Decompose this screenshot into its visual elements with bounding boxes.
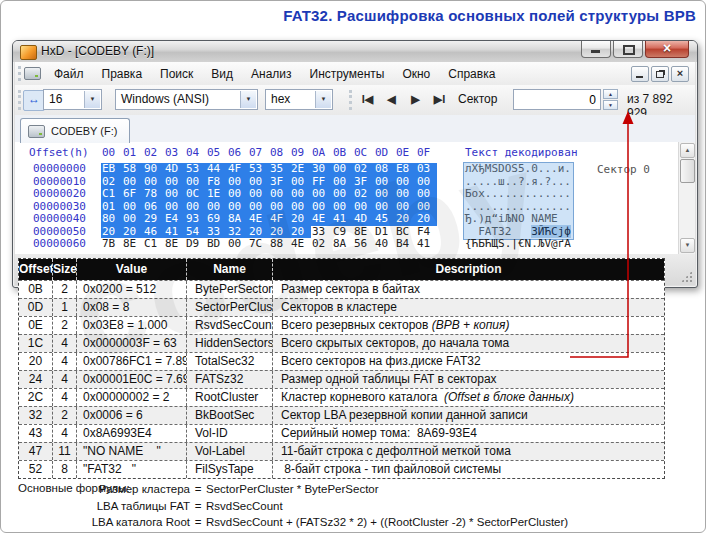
scroll-down-icon[interactable]	[680, 238, 695, 253]
menu-item[interactable]: Файл	[45, 67, 93, 81]
sector-input[interactable]	[513, 89, 601, 110]
hex-byte-cell[interactable]: 00	[164, 188, 185, 201]
hex-byte-cell[interactable]: E8	[395, 163, 416, 176]
menu-item[interactable]: Вид	[202, 67, 242, 81]
hex-byte-cell[interactable]: 4D	[353, 213, 374, 226]
hex-byte-cell[interactable]: 4E	[248, 213, 269, 226]
hex-byte-cell[interactable]: 80	[101, 213, 122, 226]
spinner-up-button[interactable]	[603, 89, 618, 99]
hex-byte-cell[interactable]: 00	[122, 213, 143, 226]
hex-byte-cell[interactable]: 4F	[227, 163, 248, 176]
hex-byte-cell[interactable]: 8A	[332, 238, 353, 251]
hex-byte-cell[interactable]: 00	[332, 188, 353, 201]
last-sector-button[interactable]	[429, 90, 450, 109]
hex-byte-cell[interactable]: 93	[185, 213, 206, 226]
prev-sector-button[interactable]	[381, 90, 402, 109]
hex-byte-cell[interactable]: 20	[395, 213, 416, 226]
hex-byte-cell[interactable]: 8E	[164, 238, 185, 251]
hex-byte-cell[interactable]: 02	[353, 188, 374, 201]
scroll-up-icon[interactable]	[680, 143, 695, 158]
menu-item[interactable]: Инструменты	[301, 67, 394, 81]
menu-item[interactable]: Анализ	[242, 67, 301, 81]
hex-byte-cell[interactable]: 00	[374, 188, 395, 201]
hex-byte-cell[interactable]: 56	[353, 238, 374, 251]
hex-byte-cell[interactable]: 00	[227, 238, 248, 251]
hex-byte-cell[interactable]: BD	[206, 238, 227, 251]
hex-byte-cell[interactable]: 00	[395, 188, 416, 201]
bytes-per-row-select[interactable]: 16	[43, 89, 102, 110]
hex-byte-cell[interactable]: C1	[143, 238, 164, 251]
hex-byte-cell[interactable]: 8A	[227, 213, 248, 226]
mdi-restore-button[interactable]	[651, 66, 669, 82]
hex-byte-cell[interactable]: 44	[206, 163, 227, 176]
hex-byte-cell[interactable]: 20	[290, 213, 311, 226]
hex-byte-cell[interactable]: 00	[227, 188, 248, 201]
hex-byte-cell[interactable]: B4	[395, 238, 416, 251]
document-drive-icon[interactable]	[24, 67, 41, 80]
close-button[interactable]	[645, 41, 689, 58]
hex-byte-cell[interactable]: 90	[143, 163, 164, 176]
hex-byte-cell[interactable]: 30	[311, 163, 332, 176]
hex-byte-cell[interactable]: 53	[248, 163, 269, 176]
hex-byte-cell[interactable]: 53	[185, 163, 206, 176]
menu-item[interactable]: Окно	[393, 67, 439, 81]
hex-byte-cell[interactable]: 02	[311, 238, 332, 251]
menu-item[interactable]: Справка	[439, 67, 504, 81]
encoding-select[interactable]: Windows (ANSI)	[115, 89, 258, 110]
hex-byte-cell[interactable]: 41	[416, 238, 437, 251]
hex-byte-cell[interactable]: 35	[269, 163, 290, 176]
base-select[interactable]: hex	[265, 89, 333, 110]
hex-byte-cell[interactable]: 7C	[248, 238, 269, 251]
hex-byte-cell[interactable]: 00	[269, 188, 290, 201]
hex-byte-cell[interactable]: 00	[248, 188, 269, 201]
next-sector-button[interactable]	[405, 90, 426, 109]
chevron-down-icon[interactable]	[240, 91, 256, 108]
hex-byte-cell[interactable]: 88	[269, 238, 290, 251]
tab-codeby[interactable]: CODEBY (F:)	[20, 118, 130, 143]
hex-byte-cell[interactable]: 29	[143, 213, 164, 226]
resize-grip[interactable]	[681, 271, 692, 282]
hex-byte-cell[interactable]: 4F	[269, 213, 290, 226]
hex-byte-cell[interactable]: 2E	[290, 163, 311, 176]
mdi-close-button[interactable]	[671, 66, 689, 82]
hex-byte-cell[interactable]: 4E	[290, 238, 311, 251]
scrollbar-thumb[interactable]	[680, 159, 695, 183]
menu-item[interactable]: Правка	[93, 67, 152, 81]
vertical-scrollbar[interactable]	[678, 142, 695, 254]
hex-byte-cell[interactable]: 6F	[122, 188, 143, 201]
hex-byte-cell[interactable]: D9	[185, 238, 206, 251]
hex-byte-cell[interactable]: 00	[311, 188, 332, 201]
hex-byte-cell[interactable]: 02	[353, 163, 374, 176]
hex-byte-cell[interactable]: 00	[416, 188, 437, 201]
hex-byte-cell[interactable]: EB	[101, 163, 122, 176]
hex-byte-cell[interactable]: 7B	[101, 238, 122, 251]
hex-byte-cell[interactable]: 03	[416, 163, 437, 176]
hex-byte-cell[interactable]: 78	[143, 188, 164, 201]
mdi-minimize-button[interactable]	[631, 66, 649, 82]
hex-byte-cell[interactable]: 45	[374, 213, 395, 226]
hex-byte-cell[interactable]: C1	[101, 188, 122, 201]
first-sector-button[interactable]	[357, 90, 378, 109]
hex-byte-cell[interactable]: 1E	[206, 188, 227, 201]
hex-byte-cell[interactable]: 69	[206, 213, 227, 226]
hex-byte-cell[interactable]: 00	[290, 188, 311, 201]
hex-text-cell[interactable]: {ЋБЋЩЅ.|€N.ЉV@ґA	[465, 238, 571, 251]
hex-byte-cell[interactable]: 4E	[311, 213, 332, 226]
window-titlebar[interactable]: HxD - [CODEBY (F:)]	[13, 41, 697, 62]
minimize-button[interactable]	[581, 41, 611, 58]
hex-byte-cell[interactable]: 20	[416, 213, 437, 226]
bytes-per-row-icon[interactable]	[23, 90, 45, 111]
hex-byte-cell[interactable]: 08	[374, 163, 395, 176]
hex-byte-cell[interactable]: 41	[332, 213, 353, 226]
chevron-down-icon[interactable]	[315, 91, 331, 108]
hex-byte-cell[interactable]: E4	[164, 213, 185, 226]
hex-byte-cell[interactable]: 4D	[164, 163, 185, 176]
hex-byte-cell[interactable]: 40	[374, 238, 395, 251]
maximize-button[interactable]	[613, 41, 643, 58]
hex-byte-cell[interactable]: 0C	[185, 188, 206, 201]
menu-item[interactable]: Поиск	[151, 67, 202, 81]
hex-byte-cell[interactable]: 00	[332, 163, 353, 176]
hex-byte-cell[interactable]: 58	[122, 163, 143, 176]
chevron-down-icon[interactable]	[84, 91, 100, 108]
spinner-down-button[interactable]	[603, 100, 618, 110]
